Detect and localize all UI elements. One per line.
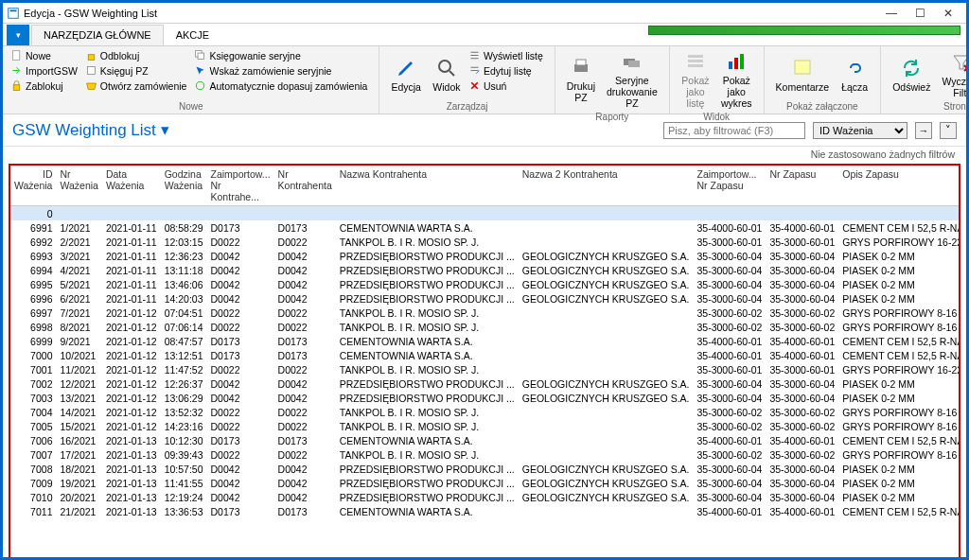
col-data[interactable]: DataWażenia bbox=[102, 166, 161, 206]
pokazlist-button[interactable]: Pokaż jako listę bbox=[676, 48, 715, 111]
svg-rect-19 bbox=[740, 54, 744, 69]
svg-rect-13 bbox=[628, 61, 640, 67]
table-row[interactable]: 700010/20212021-01-1213:12:51D0173D0173C… bbox=[10, 348, 960, 362]
table-row[interactable]: 701020/20212021-01-1312:19:24D0042D0042P… bbox=[10, 490, 960, 504]
table-row[interactable]: 69944/20212021-01-1113:11:18D0042D0042PR… bbox=[10, 263, 960, 277]
svg-rect-3 bbox=[13, 85, 20, 91]
ribbon: Nowe ImportGSW Zablokuj Odblokuj Księguj… bbox=[3, 46, 966, 114]
table-row[interactable]: 700515/20212021-01-1214:23:16D0022D0022T… bbox=[10, 419, 960, 433]
col-opis[interactable]: Opis Zapasu bbox=[838, 166, 960, 206]
autodop-button[interactable]: Automatycznie dopasuj zamówienia bbox=[192, 79, 369, 93]
col-id[interactable]: IDWażenia bbox=[10, 166, 56, 206]
table-row[interactable]: 700414/20212021-01-1213:52:32D0022D0022T… bbox=[10, 405, 960, 419]
table-row[interactable]: 69999/20212021-01-1208:47:57D0173D0173CE… bbox=[10, 334, 960, 348]
col-nz[interactable]: Nr Zapasu bbox=[766, 166, 838, 206]
table-row[interactable]: 701121/20212021-01-1313:36:53D0173D0173C… bbox=[10, 504, 960, 518]
odswiez-button[interactable]: Odśwież bbox=[887, 48, 936, 100]
table-row[interactable]: 69977/20212021-01-1207:04:51D0022D0022TA… bbox=[10, 306, 960, 320]
note-icon bbox=[791, 57, 814, 79]
titlebar: Edycja - GSW Weighting List — ☐ ✕ bbox=[3, 3, 966, 24]
lacza-button[interactable]: Łącza bbox=[835, 48, 874, 100]
svg-rect-4 bbox=[88, 55, 95, 61]
refresh-icon bbox=[900, 57, 923, 79]
col-godz[interactable]: GodzinaWażenia bbox=[161, 166, 207, 206]
grid-header: IDWażenia Nr Ważenia DataWażenia Godzina… bbox=[10, 166, 960, 206]
otworz-button[interactable]: Otwórz zamówienie bbox=[83, 79, 189, 93]
file-menu[interactable]: ▾ bbox=[7, 25, 29, 45]
odblokuj-button[interactable]: Odblokuj bbox=[83, 48, 189, 62]
importgsw-button[interactable]: ImportGSW bbox=[9, 63, 79, 78]
data-grid[interactable]: IDWażenia Nr Ważenia DataWażenia Godzina… bbox=[10, 166, 960, 518]
wyswietl-button[interactable]: Wyświetl listę bbox=[467, 48, 545, 62]
table-row[interactable]: 00,00 bbox=[10, 206, 960, 221]
edycja-button[interactable]: Edycja bbox=[385, 48, 427, 100]
printers-icon bbox=[621, 50, 643, 73]
table-row[interactable]: 69933/20212021-01-1112:36:23D0042D0042PR… bbox=[10, 249, 960, 263]
search-go-button[interactable]: → bbox=[915, 122, 932, 139]
open-icon bbox=[85, 79, 97, 92]
table-row[interactable]: 700313/20212021-01-1213:06:29D0042D0042P… bbox=[10, 391, 960, 405]
table-row[interactable]: 700212/20212021-01-1212:26:37D0042D0042P… bbox=[10, 376, 960, 391]
usun-button[interactable]: Usuń bbox=[467, 79, 545, 93]
table-row[interactable]: 69955/20212021-01-1113:46:06D0042D0042PR… bbox=[10, 277, 960, 291]
svg-rect-17 bbox=[729, 61, 732, 69]
col-nr[interactable]: Nr Ważenia bbox=[56, 166, 101, 206]
lock-icon bbox=[10, 79, 23, 92]
col-nazwa2[interactable]: Nazwa 2 Kontrahenta bbox=[519, 166, 694, 206]
nowe-button[interactable]: Nowe bbox=[9, 48, 79, 62]
filter-status: Nie zastosowano żadnych filtrów bbox=[3, 147, 966, 162]
ribbon-group-strona: Odśwież Wyczyść Filtr Znajdź Strona bbox=[881, 46, 969, 114]
table-row[interactable]: 700111/20212021-01-1211:47:52D0022D0022T… bbox=[10, 362, 960, 376]
progress-bar bbox=[648, 26, 960, 35]
edytuj-button[interactable]: Edytuj listę bbox=[467, 63, 545, 78]
widok-button[interactable]: Widok bbox=[427, 48, 467, 100]
table-row[interactable]: 700818/20212021-01-1310:57:50D0042D0042P… bbox=[10, 462, 960, 476]
col-zz[interactable]: Zaimportow...Nr Zapasu bbox=[694, 166, 766, 206]
table-row[interactable]: 69966/20212021-01-1114:20:03D0042D0042PR… bbox=[10, 291, 960, 306]
svg-rect-15 bbox=[688, 60, 703, 62]
svg-rect-14 bbox=[688, 55, 703, 58]
maximize-button[interactable]: ☐ bbox=[906, 5, 934, 22]
list-icon bbox=[468, 49, 481, 61]
col-zk[interactable]: Zaimportow...Nr Kontrahe... bbox=[207, 166, 274, 206]
automatch-icon bbox=[194, 79, 206, 92]
search-input[interactable] bbox=[663, 122, 805, 139]
drukujpz-button[interactable]: Drukuj PZ bbox=[561, 48, 601, 111]
seryjne-button[interactable]: Seryjne drukowanie PZ bbox=[601, 48, 663, 111]
unlock-icon bbox=[85, 49, 97, 61]
pokazwyk-button[interactable]: Pokaż jako wykres bbox=[715, 48, 758, 111]
ksiegser-button[interactable]: Księgowanie seryjne bbox=[192, 48, 369, 62]
col-nazwa[interactable]: Nazwa Kontrahenta bbox=[336, 166, 519, 206]
ribbon-group-zarzadzaj: Edycja Widok Wyświetl listę Edytuj listę… bbox=[379, 46, 555, 114]
ribbon-group-raporty: Drukuj PZ Seryjne drukowanie PZ Raporty bbox=[555, 46, 670, 114]
table-row[interactable]: 700919/20212021-01-1311:41:55D0042D0042P… bbox=[10, 476, 960, 490]
table-row[interactable]: 69911/20212021-01-1108:58:29D0173D0173CE… bbox=[10, 220, 960, 235]
minimize-button[interactable]: — bbox=[877, 5, 906, 22]
zablokuj-button[interactable]: Zablokuj bbox=[9, 79, 79, 93]
search-expand-button[interactable]: ˅ bbox=[940, 122, 957, 139]
wskazser-button[interactable]: Wskaż zamówienie seryjnie bbox=[192, 63, 369, 78]
magnifier-icon bbox=[435, 57, 458, 79]
col-nk[interactable]: NrKontrahenta bbox=[274, 166, 336, 206]
ksiegujpz-button[interactable]: Księguj PZ bbox=[83, 63, 189, 78]
table-row[interactable]: 69922/20212021-01-1112:03:15D0022D0022TA… bbox=[10, 235, 960, 249]
tab-actions[interactable]: AKCJE bbox=[164, 25, 221, 45]
svg-point-9 bbox=[439, 61, 450, 72]
ribbon-group-zalaczone: Komentarze Łącza Pokaż załączone bbox=[765, 46, 882, 114]
close-button[interactable]: ✕ bbox=[934, 5, 962, 22]
tab-main[interactable]: NARZĘDZIA GŁÓWNE bbox=[31, 25, 164, 45]
svg-rect-20 bbox=[795, 61, 810, 74]
wyczysc-button[interactable]: Wyczyść Filtr bbox=[936, 48, 969, 100]
editlist-icon bbox=[468, 64, 481, 77]
search-field-combo[interactable]: ID Ważenia bbox=[813, 122, 907, 139]
post-icon bbox=[85, 64, 97, 77]
svg-rect-18 bbox=[734, 58, 738, 69]
table-row[interactable]: 700717/20212021-01-1309:39:43D0022D0022T… bbox=[10, 447, 960, 462]
komentarze-button[interactable]: Komentarze bbox=[770, 48, 836, 100]
chart-icon bbox=[725, 50, 748, 73]
link-icon bbox=[843, 57, 866, 79]
page-title[interactable]: GSW Weighting List ▾ bbox=[12, 120, 656, 140]
svg-rect-7 bbox=[199, 53, 205, 60]
table-row[interactable]: 69988/20212021-01-1207:06:14D0022D0022TA… bbox=[10, 320, 960, 334]
table-row[interactable]: 700616/20212021-01-1310:12:30D0173D0173C… bbox=[10, 433, 960, 447]
